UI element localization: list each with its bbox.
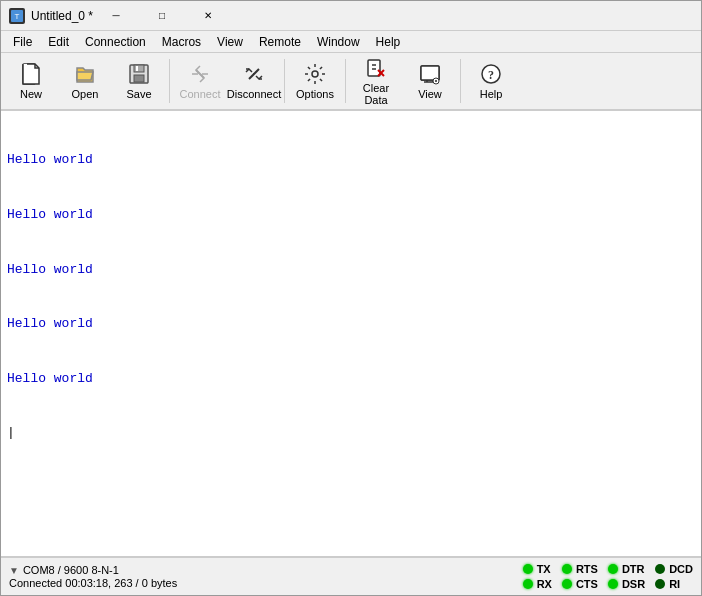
dtr-led: [608, 564, 618, 574]
disconnect-button[interactable]: Disconnect: [228, 55, 280, 107]
save-icon: [127, 62, 151, 86]
ri-indicator: RI: [655, 578, 693, 590]
disconnect-icon: [242, 62, 266, 86]
view-label: View: [418, 88, 442, 100]
help-label: Help: [480, 88, 503, 100]
menu-bar: File Edit Connection Macros View Remote …: [1, 31, 701, 53]
new-label: New: [20, 88, 42, 100]
rx-label: RX: [537, 578, 552, 590]
rts-cts-group: RTS CTS: [562, 563, 598, 590]
help-button[interactable]: ? Help: [465, 55, 517, 107]
dcd-led: [655, 564, 665, 574]
toolbar: New Open Save Connect: [1, 53, 701, 111]
dcd-label: DCD: [669, 563, 693, 575]
svg-point-11: [312, 71, 318, 77]
status-indicators: TX RX RTS CTS DTR: [523, 563, 693, 590]
open-label: Open: [72, 88, 99, 100]
status-connected-text: Connected 00:03:18, 263 / 0 bytes: [9, 577, 523, 589]
dtr-dsr-group: DTR DSR: [608, 563, 645, 590]
menu-window[interactable]: Window: [309, 33, 368, 51]
svg-rect-6: [134, 75, 144, 82]
dtr-label: DTR: [622, 563, 645, 575]
terminal-cursor-line: [7, 424, 695, 442]
new-button[interactable]: New: [5, 55, 57, 107]
maximize-button[interactable]: □: [139, 1, 185, 31]
connect-icon: [188, 62, 212, 86]
options-button[interactable]: Options: [289, 55, 341, 107]
new-icon: [19, 62, 43, 86]
ri-led: [655, 579, 665, 589]
dsr-indicator: DSR: [608, 578, 645, 590]
tx-indicator: TX: [523, 563, 552, 575]
cts-indicator: CTS: [562, 578, 598, 590]
save-label: Save: [126, 88, 151, 100]
options-icon: [303, 62, 327, 86]
svg-text:?: ?: [488, 68, 494, 82]
status-com: ▼ COM8 / 9600 8-N-1: [9, 564, 523, 576]
separator-4: [460, 59, 461, 103]
menu-connection[interactable]: Connection: [77, 33, 154, 51]
view-button[interactable]: View: [404, 55, 456, 107]
rts-indicator: RTS: [562, 563, 598, 575]
menu-file[interactable]: File: [5, 33, 40, 51]
menu-view[interactable]: View: [209, 33, 251, 51]
menu-remote[interactable]: Remote: [251, 33, 309, 51]
terminal-output[interactable]: Hello world Hello world Hello world Hell…: [1, 111, 701, 556]
open-button[interactable]: Open: [59, 55, 111, 107]
svg-text:T: T: [15, 12, 20, 21]
clear-data-label: Clear Data: [351, 82, 401, 106]
dcd-ri-group: DCD RI: [655, 563, 693, 590]
clear-data-icon: [364, 56, 388, 80]
connect-button[interactable]: Connect: [174, 55, 226, 107]
terminal-line-5: Hello world: [7, 370, 695, 388]
main-content: Hello world Hello world Hello world Hell…: [1, 111, 701, 557]
terminal-line-1: Hello world: [7, 151, 695, 169]
tx-label: TX: [537, 563, 551, 575]
dcd-indicator: DCD: [655, 563, 693, 575]
svg-rect-5: [134, 65, 144, 72]
separator-1: [169, 59, 170, 103]
svg-rect-12: [368, 60, 380, 76]
minimize-button[interactable]: ─: [93, 1, 139, 31]
options-label: Options: [296, 88, 334, 100]
status-com-text: COM8 / 9600 8-N-1: [23, 564, 119, 576]
connect-label: Connect: [180, 88, 221, 100]
disconnect-label: Disconnect: [227, 88, 281, 100]
app-icon: T: [9, 8, 25, 24]
dtr-indicator: DTR: [608, 563, 645, 575]
rts-led: [562, 564, 572, 574]
status-bar: ▼ COM8 / 9600 8-N-1 Connected 00:03:18, …: [1, 557, 701, 595]
cts-led: [562, 579, 572, 589]
cts-label: CTS: [576, 578, 598, 590]
view-icon: [418, 62, 442, 86]
menu-help[interactable]: Help: [368, 33, 409, 51]
terminal-line-3: Hello world: [7, 261, 695, 279]
status-arrow-icon: ▼: [9, 565, 19, 576]
ri-label: RI: [669, 578, 680, 590]
dsr-led: [608, 579, 618, 589]
title-bar: T Untitled_0 * ─ □ ✕: [1, 1, 701, 31]
separator-2: [284, 59, 285, 103]
save-button[interactable]: Save: [113, 55, 165, 107]
terminal-line-2: Hello world: [7, 206, 695, 224]
window-title: Untitled_0 *: [31, 9, 93, 23]
clear-data-button[interactable]: Clear Data: [350, 55, 402, 107]
dsr-label: DSR: [622, 578, 645, 590]
tx-rx-group: TX RX: [523, 563, 552, 590]
menu-macros[interactable]: Macros: [154, 33, 209, 51]
status-left: ▼ COM8 / 9600 8-N-1 Connected 00:03:18, …: [9, 564, 523, 589]
window-controls: ─ □ ✕: [93, 1, 231, 31]
help-icon: ?: [479, 62, 503, 86]
svg-rect-7: [136, 66, 138, 71]
open-icon: [73, 62, 97, 86]
menu-edit[interactable]: Edit: [40, 33, 77, 51]
separator-3: [345, 59, 346, 103]
close-button[interactable]: ✕: [185, 1, 231, 31]
terminal-line-4: Hello world: [7, 315, 695, 333]
rx-indicator: RX: [523, 578, 552, 590]
tx-led: [523, 564, 533, 574]
rx-led: [523, 579, 533, 589]
rts-label: RTS: [576, 563, 598, 575]
